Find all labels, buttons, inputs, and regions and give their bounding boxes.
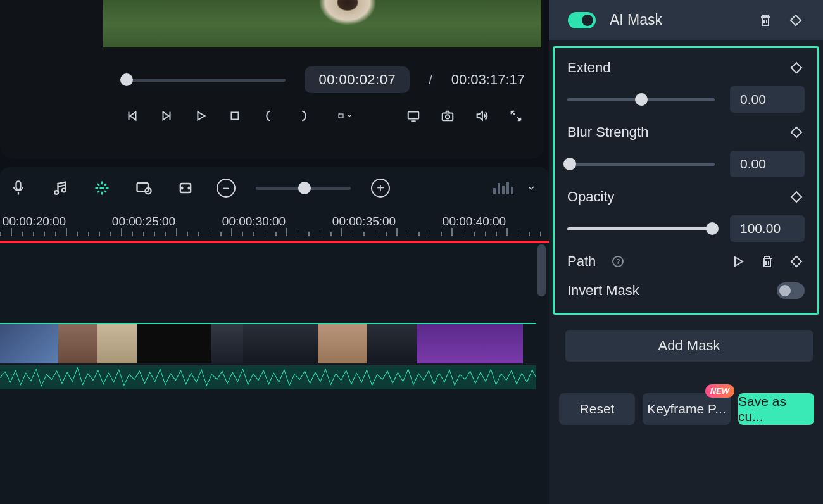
add-mask-button[interactable]: Add Mask xyxy=(565,330,813,362)
ruler-label: 00:00:35:00 xyxy=(332,215,396,229)
ai-mask-toggle[interactable] xyxy=(568,12,596,28)
step-back-icon[interactable] xyxy=(123,107,141,125)
slider-handle[interactable] xyxy=(563,158,576,170)
chevron-down-icon[interactable] xyxy=(526,177,536,199)
keyframe-diamond-icon[interactable] xyxy=(788,60,805,76)
opacity-value[interactable]: 100.00 xyxy=(730,215,805,242)
ruler-label: 00:00:20:00 xyxy=(3,215,66,229)
extend-slider[interactable] xyxy=(567,98,715,101)
keyframe-diamond-icon[interactable] xyxy=(788,253,805,270)
volume-icon[interactable] xyxy=(473,107,491,125)
keyframe-panel-button[interactable]: Keyframe P... NEW xyxy=(643,393,731,425)
stop-icon[interactable] xyxy=(226,107,244,125)
opacity-slider[interactable] xyxy=(567,227,715,230)
help-icon[interactable]: ? xyxy=(612,256,624,267)
time-separator: / xyxy=(429,73,432,87)
path-label: Path xyxy=(567,253,596,270)
preview-section: 00:00:02:07 / 00:03:17:17 xyxy=(0,0,544,158)
svg-point-4 xyxy=(446,115,449,118)
svg-rect-5 xyxy=(16,182,21,190)
invert-mask-label: Invert Mask xyxy=(567,282,639,299)
ruler-label: 00:00:25:00 xyxy=(112,215,175,229)
svg-rect-1 xyxy=(339,114,343,118)
opacity-label: Opacity xyxy=(567,189,615,205)
zoom-handle[interactable] xyxy=(298,182,311,194)
clip-thumb[interactable] xyxy=(367,324,417,363)
keyframe-diamond-icon[interactable] xyxy=(788,124,805,141)
mask-properties-box: Extend 0.00 Blur Strength 0.00 xyxy=(553,46,819,315)
duration: 00:03:17:17 xyxy=(451,72,525,88)
clip-thumb[interactable] xyxy=(243,324,318,363)
playback-scrubber[interactable] xyxy=(120,79,286,82)
mark-in-icon[interactable] xyxy=(260,107,278,125)
properties-panel: AI Mask Extend 0.00 Blur Strength xyxy=(549,0,823,504)
new-badge: NEW xyxy=(705,384,734,398)
video-track[interactable] xyxy=(0,323,536,364)
step-forward-icon[interactable] xyxy=(158,107,175,125)
slider-handle[interactable] xyxy=(635,93,648,106)
clip-thumb[interactable] xyxy=(58,324,97,363)
zoom-slider[interactable] xyxy=(256,187,351,190)
svg-point-7 xyxy=(62,189,66,192)
playhead-region xyxy=(0,241,549,243)
svg-rect-8 xyxy=(137,183,149,192)
trash-icon[interactable] xyxy=(757,12,774,28)
clip-thumb[interactable] xyxy=(318,324,367,363)
current-time[interactable]: 00:00:02:07 xyxy=(305,66,410,93)
clip-thumb[interactable] xyxy=(97,324,137,363)
trash-icon[interactable] xyxy=(759,253,776,270)
extend-label: Extend xyxy=(567,60,611,76)
ruler-label: 00:00:40:00 xyxy=(443,215,506,229)
music-note-icon[interactable] xyxy=(49,177,71,199)
clip-thumb[interactable] xyxy=(137,324,211,363)
timeline-scrollbar[interactable] xyxy=(537,244,546,296)
clip-thumb[interactable] xyxy=(0,324,58,363)
track-view-icon[interactable] xyxy=(493,182,513,194)
auto-beat-icon[interactable] xyxy=(91,177,113,199)
zoom-out-button[interactable]: − xyxy=(217,179,236,198)
save-as-custom-button[interactable]: Save as cu... xyxy=(738,393,814,425)
play-path-icon[interactable] xyxy=(730,253,746,270)
timeline-ruler[interactable]: 00:00:20:00 00:00:25:00 00:00:30:00 00:0… xyxy=(0,210,549,242)
crop-dropdown-icon[interactable] xyxy=(329,107,361,125)
blur-value[interactable]: 0.00 xyxy=(730,151,805,177)
zoom-in-button[interactable]: + xyxy=(371,179,390,198)
slider-handle[interactable] xyxy=(706,222,719,235)
mark-out-icon[interactable] xyxy=(294,107,312,125)
audio-track[interactable] xyxy=(0,365,536,389)
svg-rect-0 xyxy=(232,113,239,120)
reset-button[interactable]: Reset xyxy=(559,393,635,425)
display-icon[interactable] xyxy=(405,107,422,125)
snapshot-icon[interactable] xyxy=(439,107,456,125)
blur-slider[interactable] xyxy=(567,163,715,166)
voiceover-icon[interactable] xyxy=(8,177,29,199)
keyframe-button-label: Keyframe P... xyxy=(647,401,726,417)
timeline-toolbar: − + xyxy=(0,167,549,210)
extend-value[interactable]: 0.00 xyxy=(730,86,805,113)
record-screen-icon[interactable] xyxy=(133,177,154,199)
blur-label: Blur Strength xyxy=(567,124,648,141)
keyframe-diamond-icon[interactable] xyxy=(788,12,804,28)
panel-title: AI Mask xyxy=(610,11,743,28)
svg-rect-2 xyxy=(408,112,419,119)
keyframe-diamond-icon[interactable] xyxy=(788,189,805,205)
preview-video-frame xyxy=(103,0,541,47)
invert-mask-toggle[interactable] xyxy=(777,282,805,299)
play-icon[interactable] xyxy=(192,107,210,125)
timeline: 00:00:20:00 00:00:25:00 00:00:30:00 00:0… xyxy=(0,210,549,504)
scrubber-handle[interactable] xyxy=(120,73,133,86)
clip-thumb[interactable] xyxy=(417,324,523,363)
svg-point-6 xyxy=(54,191,58,194)
ripple-icon[interactable] xyxy=(175,177,196,199)
fullscreen-icon[interactable] xyxy=(507,107,525,125)
clip-thumb[interactable] xyxy=(211,324,243,363)
ruler-label: 00:00:30:00 xyxy=(222,215,286,229)
